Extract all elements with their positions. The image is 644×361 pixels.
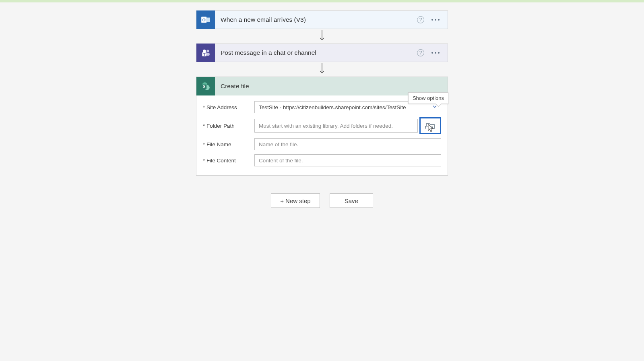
- site-address-value: TestSite - https://citizenbuilders.share…: [259, 104, 406, 110]
- more-menu-icon[interactable]: [431, 19, 440, 21]
- svg-text:O: O: [202, 17, 205, 22]
- help-icon[interactable]: ?: [417, 49, 424, 56]
- sharepoint-action-title: Create file: [215, 83, 448, 90]
- trigger-title: When a new email arrives (V3): [215, 16, 417, 23]
- teams-icon: T: [196, 44, 215, 62]
- field-row-file-name: File Name Name of the file.: [203, 138, 441, 150]
- file-content-label: File Content: [203, 158, 254, 164]
- teams-action-title: Post message in a chat or channel: [215, 49, 417, 56]
- sharepoint-form: Site Address TestSite - https://citizenb…: [196, 95, 448, 175]
- cursor-icon: [425, 123, 436, 134]
- folder-path-input[interactable]: Must start with an existing library. Add…: [254, 119, 418, 133]
- file-name-label: File Name: [203, 141, 254, 147]
- sharepoint-header[interactable]: S Create file Show options: [196, 77, 448, 95]
- show-options-tooltip[interactable]: Show options: [408, 92, 448, 104]
- folder-path-label: Folder Path: [203, 123, 254, 129]
- action-card-teams[interactable]: T Post message in a chat or channel ?: [196, 44, 448, 62]
- svg-text:T: T: [203, 52, 206, 56]
- field-row-site-address: Site Address TestSite - https://citizenb…: [203, 101, 441, 113]
- site-address-label: Site Address: [203, 104, 254, 110]
- save-button[interactable]: Save: [330, 193, 373, 208]
- connector-arrow: [319, 62, 325, 77]
- flow-footer-buttons: + New step Save: [271, 193, 373, 208]
- sharepoint-icon: S: [196, 77, 215, 95]
- svg-text:S: S: [203, 84, 205, 89]
- field-row-folder-path: Folder Path Must start with an existing …: [203, 117, 441, 134]
- field-row-file-content: File Content Content of the file.: [203, 154, 441, 166]
- svg-rect-7: [206, 53, 210, 56]
- new-step-button[interactable]: + New step: [271, 193, 320, 208]
- trigger-card-outlook[interactable]: O When a new email arrives (V3) ?: [196, 10, 448, 29]
- file-name-input[interactable]: Name of the file.: [254, 138, 441, 150]
- help-icon[interactable]: ?: [417, 16, 424, 23]
- folder-picker-button[interactable]: [419, 117, 441, 134]
- svg-rect-1: [206, 18, 210, 22]
- svg-point-4: [206, 50, 209, 52]
- action-card-sharepoint: S Create file Show options Site Address …: [196, 77, 448, 176]
- outlook-icon: O: [196, 10, 215, 29]
- file-content-input[interactable]: Content of the file.: [254, 154, 441, 166]
- more-menu-icon[interactable]: [431, 52, 440, 54]
- connector-arrow: [319, 29, 325, 44]
- flow-canvas: O When a new email arrives (V3) ? T Post…: [0, 2, 644, 208]
